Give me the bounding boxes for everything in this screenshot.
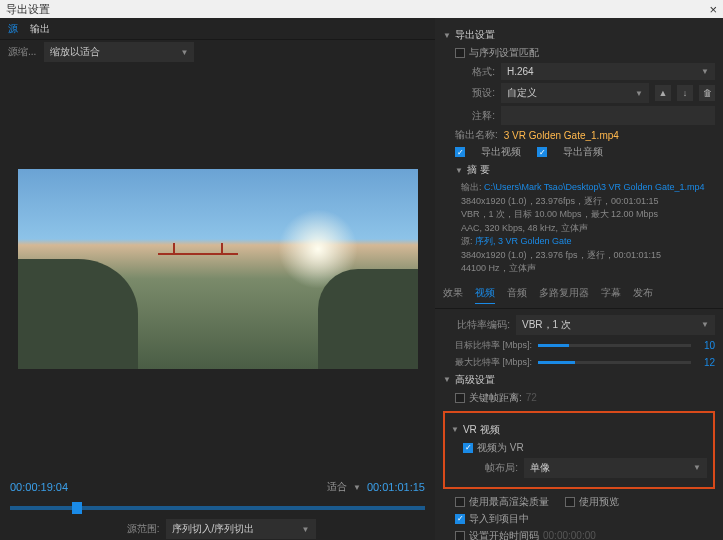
format-label: 格式:	[455, 65, 495, 79]
video-preview[interactable]	[18, 169, 418, 369]
tab-captions[interactable]: 字幕	[601, 286, 621, 304]
chevron-down-icon: ▼	[701, 67, 709, 76]
keyframe-distance-label: 关键帧距离:	[469, 391, 522, 405]
triangle-down-icon: ▼	[451, 425, 459, 434]
tab-video[interactable]: 视频	[475, 286, 495, 304]
playhead[interactable]	[72, 502, 82, 514]
preset-label: 预设:	[455, 86, 495, 100]
comments-input[interactable]	[501, 106, 715, 125]
import-project-checkbox[interactable]: ✓	[455, 514, 465, 524]
max-bitrate-value[interactable]: 12	[697, 357, 715, 368]
target-bitrate-value[interactable]: 10	[697, 340, 715, 351]
source-range-dropdown[interactable]: 序列切入/序列切出 ▼	[166, 519, 316, 539]
advanced-settings-header[interactable]: ▼ 高级设置	[443, 373, 715, 387]
triangle-down-icon: ▼	[455, 166, 463, 175]
match-sequence-label: 与序列设置匹配	[469, 46, 539, 60]
bitrate-encoding-label: 比特率编码:	[455, 318, 510, 332]
summary-header[interactable]: ▼ 摘 要	[455, 163, 715, 177]
max-bitrate-label: 最大比特率 [Mbps]:	[455, 356, 532, 369]
save-preset-icon[interactable]: ▲	[655, 85, 671, 101]
zoom-fit-label[interactable]: 适合	[327, 480, 347, 494]
timeline-track[interactable]	[10, 506, 425, 510]
scale-label: 源缩...	[8, 45, 36, 59]
keyframe-distance-checkbox[interactable]	[455, 393, 465, 403]
close-icon[interactable]: ×	[709, 2, 717, 17]
video-is-vr-label: 视频为 VR	[477, 441, 524, 455]
delete-preset-icon[interactable]: 🗑	[699, 85, 715, 101]
settings-panel: ▼ 导出设置 与序列设置匹配 格式: H.264 ▼ 预设: 自定义 ▼	[435, 18, 723, 540]
tab-publish[interactable]: 发布	[633, 286, 653, 304]
tab-effects[interactable]: 效果	[443, 286, 463, 304]
scale-dropdown[interactable]: 缩放以适合 ▼	[44, 42, 194, 62]
export-video-checkbox[interactable]: ✓	[455, 147, 465, 157]
output-name-link[interactable]: 3 VR Golden Gate_1.mp4	[504, 130, 619, 141]
tab-source[interactable]: 源	[8, 20, 18, 38]
export-settings-header[interactable]: ▼ 导出设置	[443, 28, 715, 42]
tab-output[interactable]: 输出	[30, 20, 50, 38]
chevron-down-icon: ▼	[180, 48, 188, 57]
current-timecode[interactable]: 00:00:19:04	[10, 481, 68, 493]
max-render-quality-checkbox[interactable]	[455, 497, 465, 507]
import-preset-icon[interactable]: ↓	[677, 85, 693, 101]
total-timecode: 00:01:01:15	[367, 481, 425, 493]
vr-video-header[interactable]: ▼ VR 视频	[451, 423, 707, 437]
preview-panel: 源 输出 源缩... 缩放以适合 ▼ 00:00:19:04 适合 ▼ 00:0…	[0, 18, 435, 540]
frame-layout-label: 帧布局:	[463, 461, 518, 475]
use-preview-checkbox[interactable]	[565, 497, 575, 507]
export-audio-checkbox[interactable]: ✓	[537, 147, 547, 157]
triangle-down-icon: ▼	[443, 31, 451, 40]
vr-video-section: ▼ VR 视频 ✓ 视频为 VR 帧布局: 单像 ▼	[443, 411, 715, 489]
format-dropdown[interactable]: H.264 ▼	[501, 63, 715, 80]
tab-multiplexer[interactable]: 多路复用器	[539, 286, 589, 304]
preset-dropdown[interactable]: 自定义 ▼	[501, 83, 649, 103]
set-start-timecode-checkbox[interactable]	[455, 531, 465, 541]
output-name-label: 输出名称:	[455, 128, 498, 142]
frame-layout-dropdown[interactable]: 单像 ▼	[524, 458, 707, 478]
target-bitrate-label: 目标比特率 [Mbps]:	[455, 339, 532, 352]
match-sequence-checkbox[interactable]	[455, 48, 465, 58]
bitrate-encoding-dropdown[interactable]: VBR，1 次 ▼	[516, 315, 715, 335]
chevron-down-icon: ▼	[701, 320, 709, 329]
chevron-down-icon[interactable]: ▼	[353, 483, 361, 492]
chevron-down-icon: ▼	[635, 89, 643, 98]
chevron-down-icon: ▼	[693, 463, 701, 472]
video-is-vr-checkbox[interactable]: ✓	[463, 443, 473, 453]
source-range-label: 源范围:	[120, 522, 160, 536]
window-title: 导出设置	[6, 2, 50, 17]
triangle-down-icon: ▼	[443, 375, 451, 384]
comments-label: 注释:	[455, 109, 495, 123]
target-bitrate-slider[interactable]	[538, 344, 691, 347]
title-bar: 导出设置 ×	[0, 0, 723, 18]
max-bitrate-slider[interactable]	[538, 361, 691, 364]
chevron-down-icon: ▼	[302, 525, 310, 534]
tab-audio[interactable]: 音频	[507, 286, 527, 304]
